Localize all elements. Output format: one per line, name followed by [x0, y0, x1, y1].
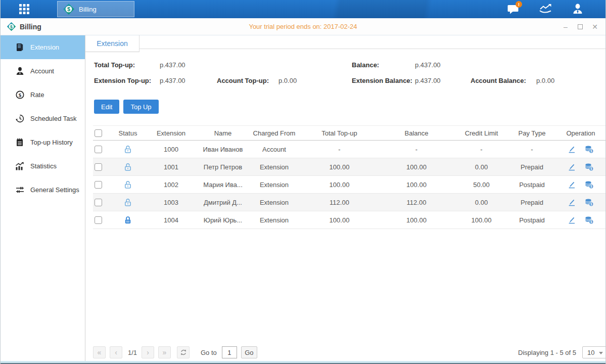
edit-button[interactable]: Edit — [94, 100, 119, 114]
refresh-icon[interactable] — [177, 346, 190, 358]
cell-total-topup: 100.00 — [300, 216, 379, 224]
displaying-status: Displaying 1 - 5 of 5 — [518, 349, 576, 356]
first-page-button[interactable]: « — [93, 346, 106, 358]
prev-page-button[interactable]: ‹ — [110, 346, 122, 358]
billing-app-window: $ Billing ! — [0, 0, 606, 364]
table-header-row: Status Extension Name Charged From Total… — [93, 125, 606, 141]
go-button[interactable]: Go — [241, 346, 257, 358]
topup-coins-icon[interactable]: $ — [584, 180, 594, 189]
tab-extension[interactable]: Extension — [85, 35, 139, 52]
row-checkbox[interactable] — [95, 163, 102, 171]
cell-operation: $ — [555, 145, 606, 154]
status-unlocked-icon[interactable] — [111, 163, 145, 171]
account-balance-value: p.0.00 — [536, 77, 597, 84]
next-page-button[interactable]: › — [142, 346, 154, 358]
topup-coins-icon[interactable]: $ — [584, 216, 594, 224]
cell-credit-limit: 0.00 — [454, 199, 508, 206]
sidebar-item-rate[interactable]: $ Rate — [1, 83, 85, 107]
table-row: 1002Мария Ива...Extension100.00100.0050.… — [93, 176, 606, 194]
cell-charged-from: Extension — [248, 216, 300, 224]
page-size-select[interactable]: 10 — [582, 346, 606, 358]
cell-balance: 112.00 — [379, 199, 454, 206]
row-checkbox-cell — [93, 216, 111, 224]
edit-pencil-icon[interactable] — [568, 145, 576, 154]
topup-coins-icon[interactable]: $ — [584, 198, 594, 207]
sidebar-item-label: Statistics — [30, 162, 57, 170]
row-checkbox[interactable] — [95, 216, 102, 224]
svg-text:$: $ — [590, 167, 592, 171]
status-locked-icon[interactable] — [111, 216, 145, 224]
cell-credit-limit: 0.00 — [454, 163, 508, 171]
topup-coins-icon[interactable]: $ — [584, 145, 594, 154]
apps-grid-icon[interactable] — [16, 2, 33, 16]
cell-pay-type: Prepaid — [508, 199, 555, 206]
messages-icon[interactable]: ! — [506, 3, 520, 16]
last-page-button[interactable]: » — [158, 346, 171, 358]
cell-name: Петр Петров — [198, 163, 248, 171]
topup-history-notepad-icon — [15, 138, 24, 147]
svg-text:$: $ — [590, 149, 592, 153]
cell-pay-type: - — [508, 146, 555, 153]
edit-pencil-icon[interactable] — [568, 180, 576, 189]
row-checkbox[interactable] — [95, 199, 102, 206]
table-row: 1003Дмитрий Д...Extension112.00112.000.0… — [93, 194, 606, 211]
rate-coin-icon: $ — [15, 90, 24, 99]
column-header-credit-limit: Credit Limit — [454, 129, 508, 137]
sidebar-item-scheduled-task[interactable]: Scheduled Task — [1, 107, 85, 130]
cell-total-topup: - — [300, 146, 379, 153]
cell-balance: 100.00 — [379, 181, 454, 189]
sidebar-item-account[interactable]: Account — [1, 59, 85, 83]
edit-pencil-icon[interactable] — [568, 198, 576, 207]
svg-text:$: $ — [590, 202, 592, 206]
table-row: 1000Иван ИвановAccount----$ — [93, 141, 606, 158]
svg-text:$: $ — [590, 185, 592, 189]
column-header-pay-type: Pay Type — [508, 129, 555, 137]
edit-pencil-icon[interactable] — [568, 216, 576, 224]
sidebar-item-general-settings[interactable]: General Settings — [1, 178, 85, 202]
edit-pencil-icon[interactable] — [568, 163, 576, 171]
status-unlocked-icon[interactable] — [111, 198, 145, 207]
cell-operation: $ — [555, 198, 606, 207]
topbar-billing-tab[interactable]: $ Billing — [57, 1, 134, 17]
column-header-operation: Operation — [555, 129, 606, 137]
goto-label: Go to — [201, 349, 217, 356]
balance-label: Balance: — [352, 61, 415, 69]
extension-balance-label: Extension Balance: — [352, 77, 415, 84]
row-checkbox-cell — [93, 146, 111, 153]
main-content: Extension Total Top-up: p.437.00 Balance… — [85, 35, 606, 361]
cell-name: Мария Ива... — [198, 181, 248, 189]
balance-value: p.437.00 — [415, 61, 471, 69]
sidebar-item-extension[interactable]: Extension — [1, 35, 85, 59]
sidebar-item-topup-history[interactable]: Top-up History — [1, 130, 85, 154]
topup-coins-icon[interactable]: $ — [584, 163, 594, 171]
extension-ledger-icon — [15, 43, 24, 52]
cell-charged-from: Extension — [248, 181, 300, 189]
sidebar-item-label: Rate — [30, 91, 44, 99]
close-icon[interactable]: ✕ — [591, 23, 598, 30]
status-unlocked-icon[interactable] — [111, 180, 145, 189]
top-up-button[interactable]: Top Up — [123, 100, 158, 114]
sidebar-item-statistics[interactable]: Statistics — [1, 154, 85, 178]
status-unlocked-icon[interactable] — [111, 145, 145, 154]
account-balance-label: Account Balance: — [471, 77, 536, 84]
column-header-status: Status — [111, 129, 145, 137]
statistics-chart-icon[interactable] — [539, 3, 552, 16]
select-all-checkbox[interactable] — [95, 129, 102, 137]
svg-text:$: $ — [67, 6, 70, 12]
window-header: $ Billing Your trial period ends on: 201… — [1, 18, 605, 35]
row-checkbox[interactable] — [95, 181, 102, 189]
goto-page-input[interactable] — [222, 346, 237, 358]
user-icon[interactable] — [571, 3, 584, 16]
minimize-icon[interactable]: – — [562, 23, 569, 30]
billing-diamond-icon: $ — [7, 22, 16, 31]
chevron-down-icon — [599, 352, 603, 354]
cell-charged-from: Account — [248, 146, 300, 153]
cell-total-topup: 100.00 — [300, 181, 379, 189]
cell-extension: 1001 — [145, 163, 198, 171]
row-checkbox[interactable] — [95, 146, 102, 153]
page-title: Billing — [20, 23, 41, 31]
sidebar-item-label: Account — [30, 67, 54, 75]
svg-text:$: $ — [18, 92, 21, 98]
statistics-bars-icon — [15, 162, 24, 170]
maximize-icon[interactable] — [578, 24, 583, 29]
